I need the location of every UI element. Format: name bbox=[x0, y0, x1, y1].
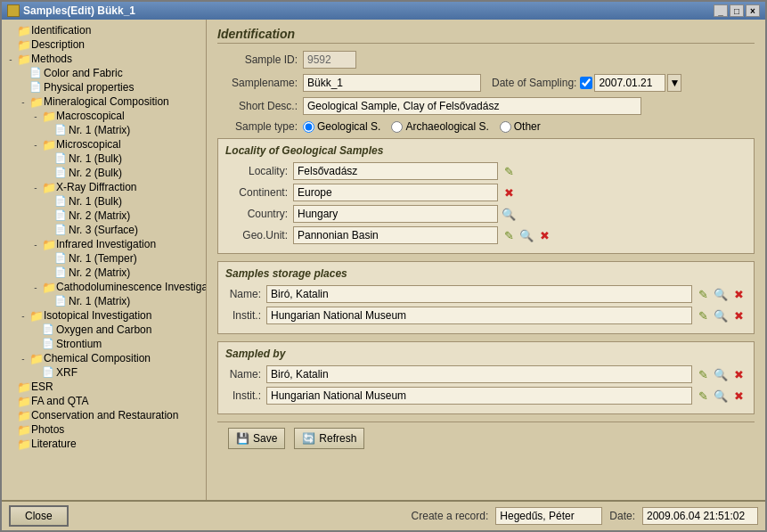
sidebar-item-nr1-matrix[interactable]: 📄Nr. 1 (Matrix) bbox=[2, 123, 206, 137]
date-checkbox[interactable] bbox=[580, 77, 592, 89]
storage-inst-search-button[interactable]: 🔍 bbox=[713, 307, 729, 323]
expand-icon[interactable]: - bbox=[30, 239, 41, 250]
sidebar-item-mineralogical[interactable]: -📁Mineralogical Composition bbox=[2, 94, 206, 109]
sidebar-item-strontium[interactable]: 📄Strontium bbox=[2, 337, 206, 351]
storage-inst-delete-button[interactable]: ✖ bbox=[730, 307, 747, 323]
expand-icon[interactable]: - bbox=[5, 53, 16, 64]
folder-icon: 📁 bbox=[42, 138, 54, 151]
sidebar: 📁Identification📁Description-📁Methods📄Col… bbox=[2, 20, 207, 500]
radio-geological-input[interactable] bbox=[303, 121, 314, 133]
sidebar-item-nr2-bulk[interactable]: 📄Nr. 2 (Bulk) bbox=[2, 166, 206, 180]
sidebar-item-isotopical[interactable]: -📁Isotopical Investigation bbox=[2, 308, 206, 323]
radio-other-input[interactable] bbox=[500, 121, 511, 133]
date-dropdown-button[interactable]: ▼ bbox=[667, 74, 681, 92]
locality-edit-button[interactable]: ✎ bbox=[501, 163, 517, 179]
storage-name-edit-button[interactable]: ✎ bbox=[695, 286, 711, 302]
sidebar-item-macroscopical[interactable]: -📁Macroscopical bbox=[2, 109, 206, 123]
storage-name-search-button[interactable]: 🔍 bbox=[713, 286, 729, 302]
geounit-delete-button[interactable]: ✖ bbox=[536, 227, 552, 243]
expand-icon[interactable]: - bbox=[30, 182, 41, 192]
sidebar-item-conservation[interactable]: 📁Conservation and Restauration bbox=[2, 408, 206, 422]
geounit-edit-button[interactable]: ✎ bbox=[501, 227, 517, 243]
sampledby-inst-input[interactable] bbox=[266, 387, 692, 405]
radio-other-label: Other bbox=[514, 120, 541, 133]
sampledby-name-input[interactable] bbox=[266, 365, 692, 383]
sidebar-item-identification[interactable]: 📁Identification bbox=[2, 23, 206, 37]
expand-icon[interactable]: - bbox=[30, 139, 41, 150]
geounit-search-button[interactable]: 🔍 bbox=[518, 227, 534, 243]
sidebar-item-fa-qta[interactable]: 📁FA and QTA bbox=[2, 394, 206, 408]
radio-archaeological-input[interactable] bbox=[391, 121, 403, 133]
creator-input[interactable] bbox=[495, 507, 602, 525]
sidebar-item-xrd-nr3-surface[interactable]: 📄Nr. 3 (Surface) bbox=[2, 223, 206, 237]
sampledby-inst-actions: ✎ 🔍 ✖ bbox=[695, 388, 747, 404]
close-window-button[interactable]: × bbox=[746, 4, 760, 17]
window-title: Samples(Edit) Bükk_1 bbox=[23, 4, 135, 17]
maximize-button[interactable]: □ bbox=[730, 4, 744, 17]
samplename-input[interactable] bbox=[303, 74, 481, 92]
sampledby-inst-delete-button[interactable]: ✖ bbox=[730, 388, 747, 404]
sidebar-item-xrd-nr1-bulk[interactable]: 📄Nr. 1 (Bulk) bbox=[2, 194, 206, 209]
expand-icon[interactable]: - bbox=[18, 310, 29, 321]
sidebar-item-ir-nr1-temper[interactable]: 📄Nr. 1 (Temper) bbox=[2, 251, 206, 266]
sidebar-item-ir-nr2-matrix[interactable]: 📄Nr. 2 (Matrix) bbox=[2, 266, 206, 280]
sidebar-item-xray-diffraction[interactable]: -📁X-Ray Diffraction bbox=[2, 180, 206, 194]
folder-icon: 📁 bbox=[42, 238, 54, 250]
expand-icon[interactable]: - bbox=[30, 282, 41, 292]
refresh-button[interactable]: 🔄 Refresh bbox=[294, 428, 364, 449]
expand-icon[interactable]: - bbox=[18, 96, 29, 107]
country-search-button[interactable]: 🔍 bbox=[501, 206, 517, 222]
folder-icon: 📁 bbox=[17, 409, 29, 422]
sampledby-inst-edit-button[interactable]: ✎ bbox=[695, 388, 711, 404]
geounit-row: Geo.Unit: ✎ 🔍 ✖ bbox=[225, 226, 747, 244]
sidebar-item-cat-nr1-matrix[interactable]: 📄Nr. 1 (Matrix) bbox=[2, 294, 206, 308]
storage-inst-edit-button[interactable]: ✎ bbox=[695, 307, 711, 323]
sampledby-name-search-button[interactable]: 🔍 bbox=[713, 366, 729, 382]
sidebar-item-color-fabric[interactable]: 📄Color and Fabric bbox=[2, 66, 206, 80]
sampledby-inst-search-button[interactable]: 🔍 bbox=[713, 388, 729, 404]
sidebar-item-xrf[interactable]: 📄XRF bbox=[2, 365, 206, 380]
expand-icon[interactable]: - bbox=[18, 353, 29, 364]
sidebar-item-label: Color and Fabric bbox=[44, 67, 123, 79]
sidebar-item-esr[interactable]: 📁ESR bbox=[2, 380, 206, 394]
geounit-input[interactable] bbox=[293, 226, 498, 244]
radio-archaeological[interactable]: Archaeological S. bbox=[391, 120, 488, 133]
sidebar-item-literature[interactable]: 📁Literature bbox=[2, 437, 206, 451]
save-button[interactable]: 💾 Save bbox=[228, 428, 285, 449]
sidebar-item-microscopical[interactable]: -📁Microscopical bbox=[2, 137, 206, 151]
locality-input[interactable] bbox=[293, 162, 498, 180]
sidebar-item-cathodoluminescence[interactable]: -📁Cathodoluminescence Investigation bbox=[2, 280, 206, 294]
save-icon: 💾 bbox=[236, 432, 249, 445]
shortdesc-row: Short Desc.: bbox=[217, 97, 755, 115]
sampledby-name-actions: ✎ 🔍 ✖ bbox=[695, 366, 747, 382]
close-button[interactable]: Close bbox=[9, 505, 69, 527]
continent-input[interactable] bbox=[293, 184, 498, 201]
folder-icon: 📁 bbox=[17, 381, 29, 393]
sidebar-item-photos[interactable]: 📁Photos bbox=[2, 422, 206, 437]
storage-name-delete-button[interactable]: ✖ bbox=[730, 286, 747, 302]
sidebar-item-nr1-bulk[interactable]: 📄Nr. 1 (Bulk) bbox=[2, 151, 206, 166]
shortdesc-input[interactable] bbox=[303, 97, 641, 115]
folder-icon: 📁 bbox=[42, 181, 54, 193]
sidebar-item-chemical[interactable]: -📁Chemical Composition bbox=[2, 351, 206, 365]
radio-geological[interactable]: Geological S. bbox=[303, 120, 380, 133]
locality-section: Locality of Geological Samples Locality:… bbox=[217, 138, 755, 254]
date-input[interactable] bbox=[594, 74, 665, 92]
country-input[interactable] bbox=[293, 205, 498, 223]
minimize-button[interactable]: _ bbox=[714, 4, 728, 17]
sampledby-name-edit-button[interactable]: ✎ bbox=[695, 366, 711, 382]
continent-delete-button[interactable]: ✖ bbox=[501, 184, 517, 201]
storage-inst-input[interactable] bbox=[266, 307, 692, 324]
sidebar-item-methods[interactable]: -📁Methods bbox=[2, 52, 206, 66]
sidebar-item-description[interactable]: 📁Description bbox=[2, 37, 206, 52]
sampledby-name-delete-button[interactable]: ✖ bbox=[730, 366, 747, 382]
storage-name-input[interactable] bbox=[266, 285, 692, 303]
sidebar-item-infrared[interactable]: -📁Infrared Investigation bbox=[2, 237, 206, 251]
radio-other[interactable]: Other bbox=[500, 120, 541, 133]
section-title: Identification bbox=[217, 27, 755, 44]
sidebar-item-oxygen-carbon[interactable]: 📄Oxygen and Carbon bbox=[2, 323, 206, 337]
sample-id-input[interactable] bbox=[303, 51, 356, 69]
sidebar-item-xrd-nr2-matrix[interactable]: 📄Nr. 2 (Matrix) bbox=[2, 209, 206, 223]
expand-icon[interactable]: - bbox=[30, 110, 41, 121]
sidebar-item-physical-properties[interactable]: 📄Physical properties bbox=[2, 80, 206, 94]
